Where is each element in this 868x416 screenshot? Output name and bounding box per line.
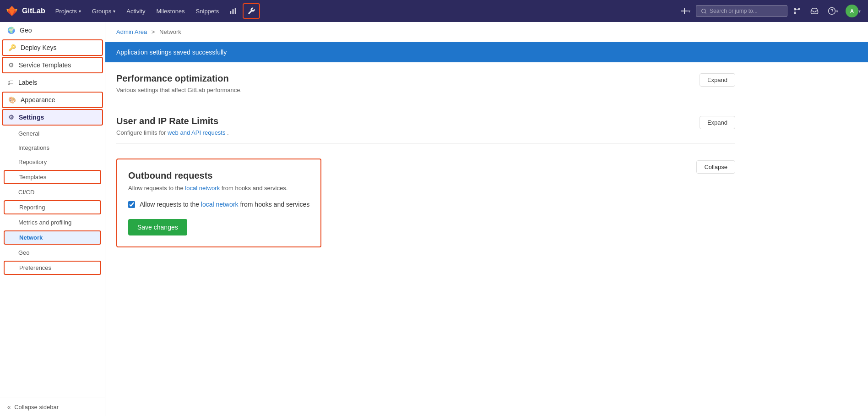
sidebar-sub-geo[interactable]: Geo xyxy=(0,246,105,260)
sidebar-sub-metrics[interactable]: Metrics and profiling xyxy=(0,215,105,230)
deploy-keys-icon: 🔑 xyxy=(8,44,16,51)
search-placeholder: Search or jump to... xyxy=(710,8,758,14)
sidebar-item-label: Geo xyxy=(20,27,32,34)
sidebar-item-label: Service Templates xyxy=(19,61,71,69)
outbound-local-network-link[interactable]: local network xyxy=(185,185,220,192)
allow-local-network-checkbox[interactable] xyxy=(128,201,135,208)
sidebar-sub-general[interactable]: General xyxy=(0,126,105,141)
search-icon xyxy=(701,8,707,14)
merge-request-icon-btn[interactable] xyxy=(789,4,805,18)
breadcrumb-parent[interactable]: Admin Area xyxy=(116,28,147,35)
plus-icon-btn[interactable]: ▾ xyxy=(677,5,694,17)
nav-activity[interactable]: Activity xyxy=(122,5,150,17)
sidebar-sub-reporting[interactable]: Reporting xyxy=(4,200,101,214)
checkbox-label[interactable]: Allow requests to the local network from… xyxy=(140,201,309,208)
checkbox-link[interactable]: local network xyxy=(201,201,239,208)
navbar: GitLab Projects ▾ Groups ▾ Activity Mile… xyxy=(0,0,868,22)
svg-point-5 xyxy=(794,12,796,14)
svg-point-3 xyxy=(702,9,706,13)
rate-limits-section-text: User and IP Rate Limits Configure limits… xyxy=(116,116,229,136)
nav-milestones[interactable]: Milestones xyxy=(152,5,189,17)
help-icon xyxy=(828,7,836,15)
sidebar-item-label: Labels xyxy=(18,79,37,86)
plus-icon xyxy=(681,7,688,15)
performance-section-text: Performance optimization Various setting… xyxy=(116,73,242,93)
settings-icon: ⚙ xyxy=(8,114,14,121)
sidebar-item-geo-top[interactable]: 🌍 Geo xyxy=(0,22,105,38)
avatar: A xyxy=(846,5,858,17)
inbox-icon xyxy=(810,7,819,15)
sidebar-sub-integrations[interactable]: Integrations xyxy=(0,141,105,155)
nav-groups[interactable]: Groups ▾ xyxy=(87,5,120,17)
chart-icon xyxy=(229,7,237,15)
chevron-down-icon: ▾ xyxy=(113,9,115,14)
rate-limits-title: User and IP Rate Limits xyxy=(116,116,229,126)
outbound-collapse-btn[interactable]: Collapse xyxy=(696,160,735,174)
sidebar-sub-network[interactable]: Network xyxy=(4,230,101,245)
sidebar-item-labels[interactable]: 🏷 Labels xyxy=(0,74,105,91)
sidebar: 🌍 Geo 🔑 Deploy Keys ⚙ Service Templates … xyxy=(0,22,105,416)
main-content: Admin Area > Network Application setting… xyxy=(105,22,868,416)
merge-icon xyxy=(793,7,801,15)
sidebar-item-deploy-keys[interactable]: 🔑 Deploy Keys xyxy=(2,39,103,56)
rate-limits-link[interactable]: web and API requests xyxy=(168,129,225,136)
appearance-icon: 🎨 xyxy=(8,96,16,104)
sidebar-sub-preferences[interactable]: Preferences xyxy=(4,261,101,275)
rate-limits-section: User and IP Rate Limits Configure limits… xyxy=(116,116,735,144)
performance-desc: Various settings that affect GitLab perf… xyxy=(116,87,242,93)
gitlab-fox-icon xyxy=(5,5,18,17)
service-templates-icon: ⚙ xyxy=(8,61,14,69)
sidebar-sub-repository[interactable]: Repository xyxy=(0,155,105,169)
sidebar-sub-templates[interactable]: Templates xyxy=(4,170,101,184)
performance-section: Performance optimization Various setting… xyxy=(116,73,735,101)
sidebar-sub-cicd[interactable]: CI/CD xyxy=(0,185,105,199)
performance-expand-btn[interactable]: Expand xyxy=(700,73,735,87)
wrench-icon xyxy=(247,7,255,15)
outbound-title: Outbound requests xyxy=(128,170,309,181)
outbound-box: Outbound requests Allow requests to the … xyxy=(116,159,321,247)
outbound-desc: Allow requests to the local network from… xyxy=(128,185,309,192)
performance-title: Performance optimization xyxy=(116,73,242,84)
inbox-icon-btn[interactable] xyxy=(807,4,822,18)
chevron-left-icon: « xyxy=(7,404,11,411)
rate-limits-desc: Configure limits for web and API request… xyxy=(116,129,229,136)
save-changes-btn[interactable]: Save changes xyxy=(128,219,187,235)
success-banner: Application settings saved successfully xyxy=(105,42,868,62)
search-box[interactable]: Search or jump to... xyxy=(696,5,787,17)
gitlab-logo[interactable]: GitLab xyxy=(5,5,45,17)
brand-label: GitLab xyxy=(22,7,45,15)
breadcrumb-current: Network xyxy=(159,28,181,35)
checkbox-row: Allow requests to the local network from… xyxy=(128,201,309,208)
sidebar-item-label: Settings xyxy=(19,114,44,121)
sidebar-item-label: Appearance xyxy=(21,96,55,104)
navbar-right: ▾ Search or jump to... ▾ xyxy=(677,3,863,19)
help-icon-btn[interactable]: ▾ xyxy=(824,4,842,18)
collapse-sidebar-btn[interactable]: « Collapse sidebar xyxy=(0,398,105,416)
user-avatar-btn[interactable]: A ▾ xyxy=(844,3,863,19)
performance-section-header: Performance optimization Various setting… xyxy=(116,73,735,101)
sidebar-item-service-templates[interactable]: ⚙ Service Templates xyxy=(2,57,103,73)
success-message: Application settings saved successfully xyxy=(116,49,227,56)
breadcrumb-separator: > xyxy=(152,28,155,35)
sidebar-scroll: 🌍 Geo 🔑 Deploy Keys ⚙ Service Templates … xyxy=(0,22,105,398)
breadcrumb: Admin Area > Network xyxy=(105,22,868,42)
sidebar-item-settings[interactable]: ⚙ Settings xyxy=(2,109,103,126)
chart-icon-btn[interactable] xyxy=(225,4,241,18)
rate-limits-expand-btn[interactable]: Expand xyxy=(700,116,735,129)
nav-snippets[interactable]: Snippets xyxy=(191,5,224,17)
rate-limits-section-header: User and IP Rate Limits Configure limits… xyxy=(116,116,735,144)
page-layout: 🌍 Geo 🔑 Deploy Keys ⚙ Service Templates … xyxy=(0,22,868,416)
nav-projects[interactable]: Projects ▾ xyxy=(51,5,86,17)
chevron-down-icon: ▾ xyxy=(79,9,81,14)
svg-rect-1 xyxy=(233,9,234,14)
geo-icon: 🌍 xyxy=(7,27,15,34)
sidebar-item-appearance[interactable]: 🎨 Appearance xyxy=(2,92,103,108)
content-area: Performance optimization Various setting… xyxy=(105,62,746,262)
wrench-icon-btn[interactable] xyxy=(243,3,260,19)
sidebar-item-label: Deploy Keys xyxy=(21,44,57,51)
outbound-section-row: Outbound requests Allow requests to the … xyxy=(116,159,735,251)
labels-icon: 🏷 xyxy=(7,79,14,86)
svg-rect-0 xyxy=(230,11,231,14)
svg-rect-2 xyxy=(235,8,236,14)
